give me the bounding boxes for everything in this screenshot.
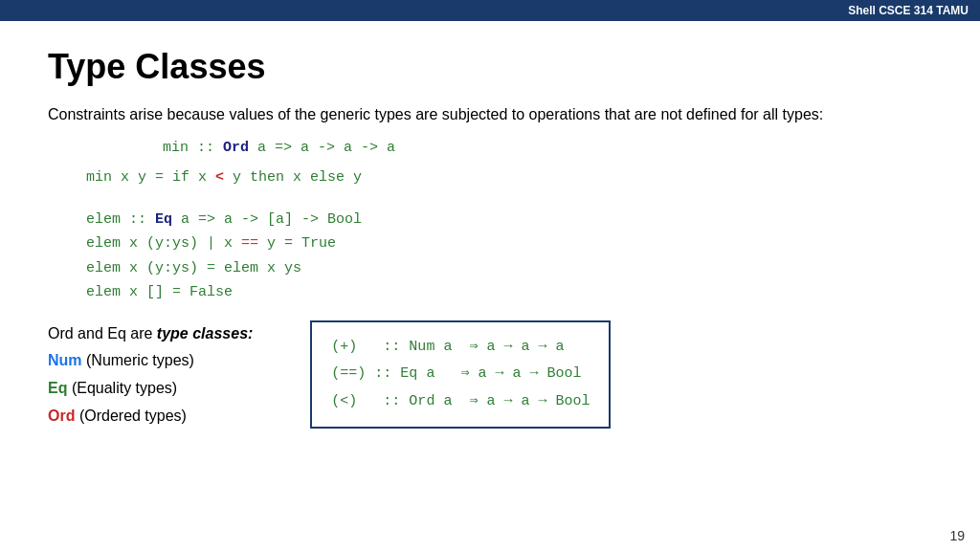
code-block-1b: min x y = if x < y then x else y bbox=[86, 165, 932, 190]
eq-item: Eq (Equality types) bbox=[48, 375, 253, 403]
box-line-2: (==) :: Eq a ⇒ a → a → Bool bbox=[331, 361, 590, 388]
top-bar-title: Shell CSCE 314 TAMU bbox=[848, 4, 969, 17]
ord-desc: (Ordered types) bbox=[75, 408, 186, 424]
eq-keyword-label: Eq bbox=[48, 380, 67, 396]
top-bar: Shell CSCE 314 TAMU bbox=[0, 0, 980, 21]
box-line-1: (+) :: Num a ⇒ a → a → a bbox=[331, 334, 590, 362]
code-line-elem-case2: elem x (y:ys) = elem x ys bbox=[86, 256, 932, 281]
num-keyword: Num bbox=[48, 352, 82, 368]
ord-keyword-label: Ord bbox=[48, 408, 75, 424]
ord-item: Ord (Ordered types) bbox=[48, 403, 253, 430]
eq-keyword: Eq bbox=[155, 211, 172, 228]
lt-operator: < bbox=[215, 169, 224, 186]
eq-operator: == bbox=[241, 235, 258, 252]
type-classes-list: Ord and Eq are type classes: Num (Numeri… bbox=[48, 320, 253, 430]
intro-paragraph: Constraints arise because values of the … bbox=[48, 103, 932, 126]
page-title: Type Classes bbox=[48, 48, 932, 86]
type-classes-intro: Ord and Eq are type classes: bbox=[48, 320, 253, 348]
code-line-elem-type: elem :: Eq a => a -> [a] -> Bool bbox=[86, 208, 932, 232]
num-desc: (Numeric types) bbox=[82, 352, 194, 368]
bottom-section: Ord and Eq are type classes: Num (Numeri… bbox=[48, 320, 932, 430]
eq-desc: (Equality types) bbox=[67, 380, 177, 396]
code-line-min-def: min x y = if x < y then x else y bbox=[86, 165, 932, 190]
type-box: (+) :: Num a ⇒ a → a → a (==) :: Eq a ⇒ … bbox=[310, 320, 611, 430]
num-item: Num (Numeric types) bbox=[48, 347, 253, 375]
type-classes-label: type classes: bbox=[157, 325, 254, 342]
code-line-elem-case1: elem x (y:ys) | x == y = True bbox=[86, 231, 932, 256]
page-number: 19 bbox=[949, 528, 965, 543]
code-block-1: min :: Ord a => a -> a -> a bbox=[163, 136, 932, 161]
content: Type Classes Constraints arise because v… bbox=[0, 21, 980, 551]
ord-keyword: Ord bbox=[223, 140, 249, 156]
box-line-3: (<) :: Ord a ⇒ a → a → Bool bbox=[331, 388, 590, 416]
code-block-2: elem :: Eq a => a -> [a] -> Bool elem x … bbox=[86, 208, 932, 305]
code-line-min-type: min :: Ord a => a -> a -> a bbox=[163, 136, 932, 161]
code-line-elem-case3: elem x [] = False bbox=[86, 280, 932, 305]
